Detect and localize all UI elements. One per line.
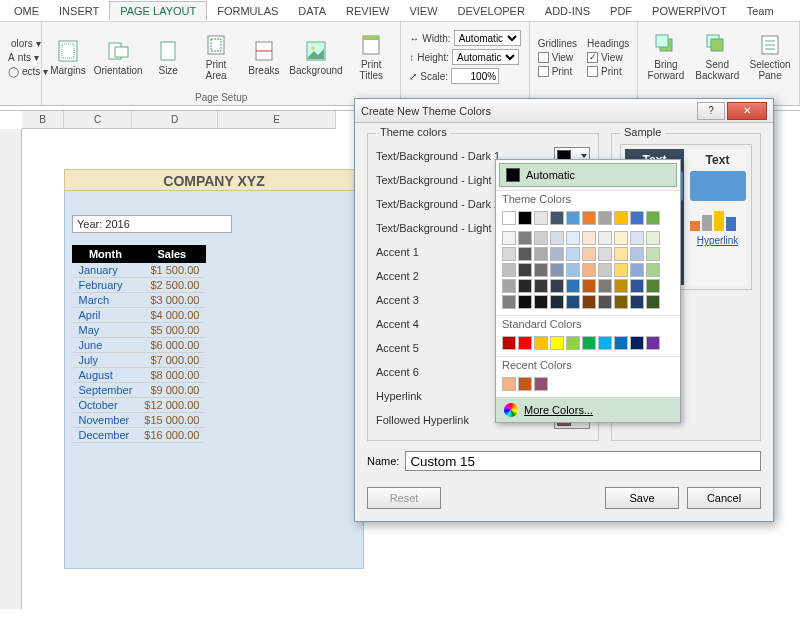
color-cell[interactable] [598, 295, 612, 309]
dialog-help-button[interactable]: ? [697, 102, 725, 120]
color-cell[interactable] [630, 263, 644, 277]
print-titles-button[interactable]: Print Titles [348, 24, 394, 90]
color-cell[interactable] [582, 279, 596, 293]
scale-height[interactable]: ↕Height: Automatic [407, 48, 522, 66]
color-cell[interactable] [566, 295, 580, 309]
table-row[interactable]: December$16 000.00 [73, 428, 206, 443]
color-cell[interactable] [518, 279, 532, 293]
color-cell[interactable] [534, 336, 548, 350]
table-row[interactable]: February$2 500.00 [73, 278, 206, 293]
color-cell[interactable] [630, 211, 644, 225]
color-cell[interactable] [598, 279, 612, 293]
reset-button[interactable]: Reset [367, 487, 441, 509]
color-cell[interactable] [646, 263, 660, 277]
color-cell[interactable] [550, 279, 564, 293]
ribbon-tab-view[interactable]: VIEW [399, 2, 447, 20]
themes-colors[interactable]: olors ▾ [6, 37, 35, 50]
breaks-button[interactable]: Breaks [244, 24, 284, 90]
color-cell[interactable] [582, 336, 596, 350]
ribbon-tab-developer[interactable]: DEVELOPER [448, 2, 535, 20]
color-cell[interactable] [614, 231, 628, 245]
color-cell[interactable] [550, 247, 564, 261]
color-cell[interactable] [502, 247, 516, 261]
ribbon-tab-team[interactable]: Team [737, 2, 784, 20]
ribbon-tab-formulas[interactable]: FORMULAS [207, 2, 288, 20]
color-cell[interactable] [614, 295, 628, 309]
background-button[interactable]: Background [290, 24, 342, 90]
sample-link-light[interactable]: Hyperlink [697, 235, 739, 246]
size-button[interactable]: Size [148, 24, 188, 90]
gridlines-view-check[interactable]: View [536, 51, 579, 64]
ribbon-tab-insert[interactable]: INSERT [49, 2, 109, 20]
color-cell[interactable] [502, 231, 516, 245]
selection-pane-button[interactable]: Selection Pane [747, 24, 793, 90]
save-button[interactable]: Save [605, 487, 679, 509]
table-row[interactable]: May$5 000.00 [73, 323, 206, 338]
color-cell[interactable] [630, 247, 644, 261]
table-row[interactable]: April$4 000.00 [73, 308, 206, 323]
color-cell[interactable] [614, 279, 628, 293]
table-row[interactable]: July$7 000.00 [73, 353, 206, 368]
color-cell[interactable] [518, 211, 532, 225]
color-cell[interactable] [550, 231, 564, 245]
color-cell[interactable] [598, 231, 612, 245]
ribbon-tab-data[interactable]: DATA [288, 2, 336, 20]
picker-automatic[interactable]: Automatic [499, 163, 677, 187]
color-cell[interactable] [614, 263, 628, 277]
color-cell[interactable] [566, 247, 580, 261]
send-backward-button[interactable]: Send Backward [693, 24, 741, 90]
headings-view-check[interactable]: ✓View [585, 51, 631, 64]
color-cell[interactable] [518, 336, 532, 350]
color-cell[interactable] [518, 295, 532, 309]
table-row[interactable]: November$15 000.00 [73, 413, 206, 428]
ribbon-tab-pdf[interactable]: PDF [600, 2, 642, 20]
color-cell[interactable] [582, 211, 596, 225]
color-cell[interactable] [534, 295, 548, 309]
color-cell[interactable] [518, 377, 532, 391]
color-cell[interactable] [630, 295, 644, 309]
color-cell[interactable] [550, 263, 564, 277]
color-cell[interactable] [534, 279, 548, 293]
themes-fonts[interactable]: Ants ▾ [6, 51, 35, 64]
color-cell[interactable] [534, 247, 548, 261]
color-cell[interactable] [646, 231, 660, 245]
scale-width[interactable]: ↔Width: Automatic [407, 29, 522, 47]
color-cell[interactable] [502, 295, 516, 309]
table-row[interactable]: June$6 000.00 [73, 338, 206, 353]
dialog-titlebar[interactable]: Create New Theme Colors ? ✕ [355, 99, 773, 123]
color-cell[interactable] [598, 211, 612, 225]
color-cell[interactable] [550, 211, 564, 225]
color-cell[interactable] [598, 247, 612, 261]
year-cell[interactable]: Year: 2016 [72, 215, 232, 233]
color-cell[interactable] [534, 231, 548, 245]
gridlines-print-check[interactable]: Print [536, 65, 579, 78]
color-cell[interactable] [518, 231, 532, 245]
table-row[interactable]: October$12 000.00 [73, 398, 206, 413]
color-cell[interactable] [582, 263, 596, 277]
table-row[interactable]: September$9 000.00 [73, 383, 206, 398]
color-cell[interactable] [646, 211, 660, 225]
print-area-button[interactable]: Print Area [194, 24, 238, 90]
color-cell[interactable] [502, 279, 516, 293]
ribbon-tab-ome[interactable]: OME [4, 2, 49, 20]
color-cell[interactable] [566, 263, 580, 277]
color-cell[interactable] [614, 211, 628, 225]
theme-name-input[interactable] [405, 451, 761, 471]
color-cell[interactable] [502, 377, 516, 391]
color-cell[interactable] [646, 279, 660, 293]
color-cell[interactable] [646, 295, 660, 309]
color-cell[interactable] [566, 211, 580, 225]
color-cell[interactable] [630, 336, 644, 350]
headings-print-check[interactable]: Print [585, 65, 631, 78]
color-cell[interactable] [630, 279, 644, 293]
orientation-button[interactable]: Orientation [94, 24, 142, 90]
color-cell[interactable] [566, 231, 580, 245]
cancel-button[interactable]: Cancel [687, 487, 761, 509]
ribbon-tab-page-layout[interactable]: PAGE LAYOUT [109, 1, 207, 20]
scale-percent[interactable]: ⤢Scale: [407, 67, 522, 85]
color-cell[interactable] [582, 231, 596, 245]
themes-effects[interactable]: ◯ects ▾ [6, 65, 35, 78]
ribbon-tab-powerpivot[interactable]: POWERPIVOT [642, 2, 737, 20]
color-cell[interactable] [630, 231, 644, 245]
table-row[interactable]: March$3 000.00 [73, 293, 206, 308]
